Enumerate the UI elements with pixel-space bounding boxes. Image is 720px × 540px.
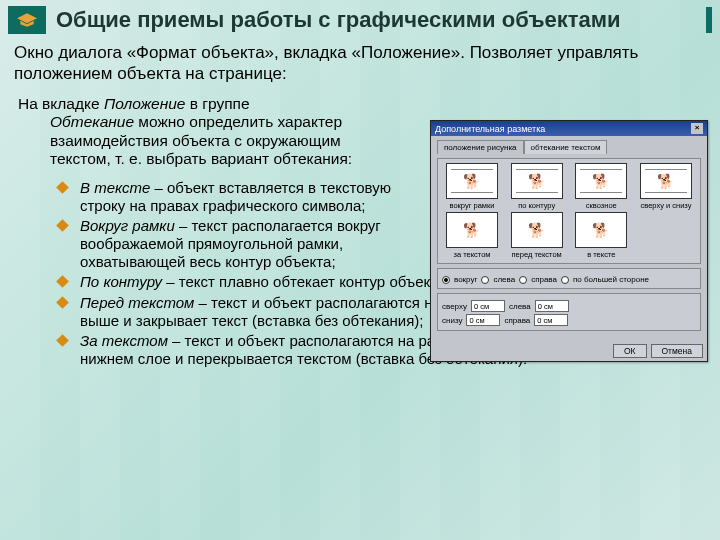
list-item: Вокруг рамки – текст располагается вокру… — [58, 217, 418, 273]
distance-group: сверху0 см слева0 см снизу0 см справа0 с… — [437, 293, 701, 331]
dog-icon: 🐕 — [528, 223, 545, 237]
intro-t2: в группе — [186, 95, 250, 112]
bullet-icon — [56, 219, 69, 232]
subtitle: Окно диалога «Формат объекта», вкладка «… — [0, 40, 720, 89]
dog-icon: 🐕 — [592, 223, 609, 237]
list-item: В тексте – объект вставляется в текстову… — [58, 179, 418, 217]
wrap-option-empty — [636, 212, 696, 259]
bullet-icon — [56, 296, 69, 309]
intro-em1: Положение — [104, 95, 186, 112]
dog-icon: 🐕 — [592, 174, 609, 188]
radio-around[interactable] — [442, 276, 450, 284]
dog-icon: 🐕 — [528, 174, 545, 188]
dog-icon: 🐕 — [657, 174, 674, 188]
radio-left[interactable] — [481, 276, 489, 284]
intro-em2: Обтекание — [50, 113, 134, 130]
cancel-button[interactable]: Отмена — [651, 344, 704, 358]
bullet-icon — [56, 335, 69, 348]
bullet-icon — [56, 181, 69, 194]
ok-button[interactable]: ОК — [613, 344, 647, 358]
bullet-icon — [56, 275, 69, 288]
spin-left[interactable]: 0 см — [535, 300, 569, 312]
wrap-option[interactable]: 🐕в тексте — [571, 212, 631, 259]
radio-largest[interactable] — [561, 276, 569, 284]
dog-icon: 🐕 — [463, 223, 480, 237]
tab-wrap[interactable]: обтекание текстом — [524, 140, 608, 154]
format-object-dialog: Дополнительная разметка × положение рису… — [430, 120, 708, 362]
spin-bottom[interactable]: 0 см — [466, 314, 500, 326]
text-side-group: вокруг слева справа по большей стороне — [437, 268, 701, 289]
wrap-option[interactable]: 🐕вокруг рамки — [442, 163, 502, 210]
close-icon[interactable]: × — [691, 123, 703, 134]
tab-position[interactable]: положение рисунка — [437, 140, 524, 154]
page-title: Общие приемы работы с графическими объек… — [56, 7, 712, 33]
wrap-group: 🐕вокруг рамки 🐕по контуру 🐕сквозное 🐕све… — [437, 158, 701, 264]
wrap-option[interactable]: 🐕за текстом — [442, 212, 502, 259]
dialog-titlebar[interactable]: Дополнительная разметка × — [431, 121, 707, 136]
wrap-option[interactable]: 🐕сверху и снизу — [636, 163, 696, 210]
dog-icon: 🐕 — [463, 174, 480, 188]
wrap-option[interactable]: 🐕по контуру — [507, 163, 567, 210]
spin-top[interactable]: 0 см — [471, 300, 505, 312]
radio-right[interactable] — [519, 276, 527, 284]
wrap-option[interactable]: 🐕перед текстом — [507, 212, 567, 259]
intro-t1: На вкладке — [18, 95, 104, 112]
graduation-cap-icon — [8, 6, 46, 34]
dialog-title-text: Дополнительная разметка — [435, 124, 545, 134]
wrap-option[interactable]: 🐕сквозное — [571, 163, 631, 210]
spin-right[interactable]: 0 см — [534, 314, 568, 326]
